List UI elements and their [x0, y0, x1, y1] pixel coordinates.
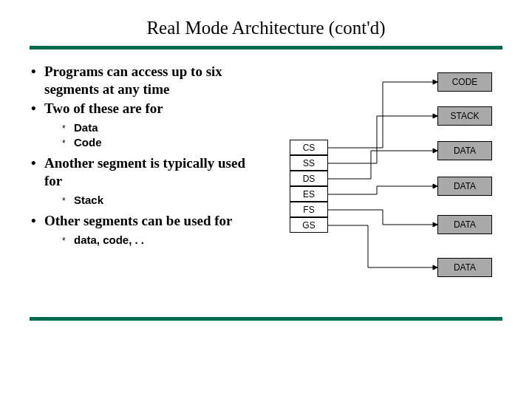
register-label: SS — [303, 158, 315, 168]
memory-data: DATA — [437, 141, 492, 160]
sub-bullet-item: Code — [61, 135, 251, 150]
register-es: ES — [290, 186, 328, 202]
memory-label: DATA — [454, 181, 476, 191]
bullet-text: Programs can access up to six segments a… — [44, 64, 222, 97]
bullet-item: Other segments can be used for data, cod… — [30, 212, 251, 248]
bullet-text: Two of these are for — [44, 100, 163, 116]
register-fs: FS — [290, 202, 328, 217]
bullet-list: Programs can access up to six segments a… — [30, 63, 251, 248]
register-label: ES — [303, 189, 315, 200]
bullet-text: Another segment is typically used for — [44, 155, 245, 188]
bullet-item: Another segment is typically used for St… — [30, 154, 251, 208]
memory-label: DATA — [454, 146, 476, 156]
register-ds: DS — [290, 171, 328, 186]
sub-bullet-item: Data — [61, 120, 251, 135]
memory-label: CODE — [452, 77, 478, 87]
bullet-item: Two of these are for Data Code — [30, 100, 251, 150]
register-label: GS — [302, 220, 315, 231]
text-column: Programs can access up to six segments a… — [30, 63, 251, 307]
sub-bullet-item: Stack — [61, 193, 251, 208]
sub-bullet-list: data, code, . . — [44, 233, 251, 248]
slide: Real Mode Architecture (cont'd) Programs… — [0, 0, 532, 321]
sub-bullet-item: data, code, . . — [61, 233, 251, 248]
content-row: Programs can access up to six segments a… — [30, 63, 502, 307]
memory-data: DATA — [437, 177, 492, 196]
sub-bullet-list: Data Code — [44, 120, 251, 151]
sub-bullet-text: Stack — [74, 194, 103, 206]
bullet-item: Programs can access up to six segments a… — [30, 63, 251, 98]
register-label: CS — [303, 143, 316, 153]
sub-bullet-list: Stack — [44, 193, 251, 208]
memory-label: STACK — [450, 111, 479, 121]
memory-code: CODE — [437, 72, 492, 92]
bullet-text: Other segments can be used for — [44, 213, 233, 228]
sub-bullet-text: Code — [74, 136, 102, 149]
register-cs: CS — [290, 140, 328, 155]
divider-bottom — [30, 317, 502, 321]
diagram: CS SS DS ES FS GS CODE STACK DATA DATA D… — [265, 63, 501, 307]
register-label: DS — [303, 174, 316, 184]
register-label: FS — [303, 205, 314, 215]
memory-label: DATA — [454, 219, 476, 230]
memory-data: DATA — [437, 215, 492, 234]
register-ss: SS — [290, 155, 328, 171]
divider-top — [30, 46, 502, 50]
page-title: Real Mode Architecture (cont'd) — [30, 18, 502, 38]
memory-stack: STACK — [437, 106, 492, 126]
register-gs: GS — [290, 217, 328, 233]
memory-data: DATA — [437, 258, 492, 277]
sub-bullet-text: data, code, . . — [74, 233, 144, 246]
memory-label: DATA — [454, 262, 476, 273]
sub-bullet-text: Data — [74, 121, 98, 134]
